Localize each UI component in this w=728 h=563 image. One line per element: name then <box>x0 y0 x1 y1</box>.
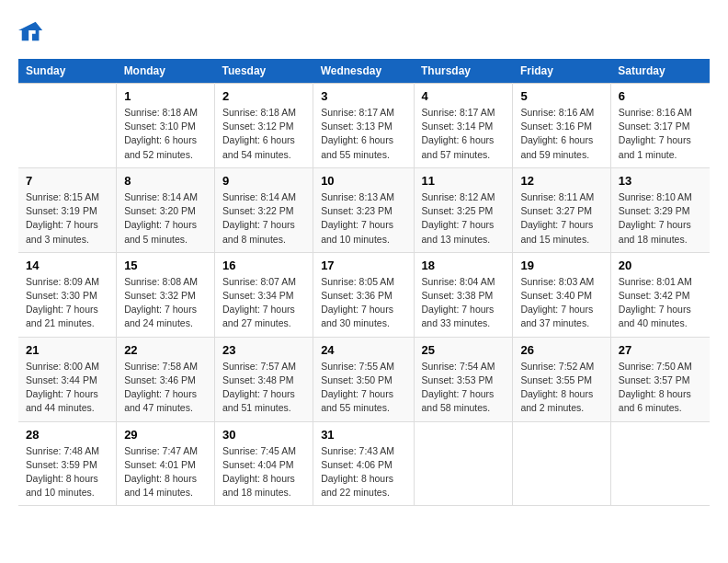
day-info: Sunset: 3:46 PM <box>124 373 207 387</box>
calendar-cell: 9Sunrise: 8:14 AMSunset: 3:22 PMDaylight… <box>214 167 313 252</box>
day-info: Sunset: 3:50 PM <box>321 373 405 387</box>
day-info: and 47 minutes. <box>124 401 207 415</box>
day-info: and 24 minutes. <box>124 316 207 330</box>
calendar-cell: 23Sunrise: 7:57 AMSunset: 3:48 PMDayligh… <box>214 337 313 421</box>
day-info: Daylight: 7 hours <box>520 218 602 232</box>
day-info: Daylight: 7 hours <box>222 303 305 316</box>
day-number: 25 <box>422 343 506 357</box>
day-info: Sunrise: 8:08 AM <box>124 275 207 289</box>
day-info: Daylight: 7 hours <box>422 218 506 232</box>
day-info: Sunrise: 7:54 AM <box>422 360 506 373</box>
day-info: Sunrise: 8:11 AM <box>520 190 602 204</box>
day-info: and 37 minutes. <box>520 316 602 330</box>
day-info: Daylight: 6 hours <box>222 133 305 147</box>
col-header-tuesday: Tuesday <box>214 59 313 84</box>
day-info: and 54 minutes. <box>222 148 305 162</box>
week-row-1: 1Sunrise: 8:18 AMSunset: 3:10 PMDaylight… <box>18 84 710 168</box>
day-info: Daylight: 7 hours <box>26 218 108 232</box>
calendar-cell: 3Sunrise: 8:17 AMSunset: 3:13 PMDaylight… <box>313 84 414 168</box>
calendar-cell: 13Sunrise: 8:10 AMSunset: 3:29 PMDayligh… <box>610 167 710 252</box>
day-info: Sunset: 3:42 PM <box>619 289 702 303</box>
day-info: and 3 minutes. <box>26 233 108 247</box>
logo-icon <box>18 18 44 44</box>
day-info: Sunrise: 7:45 AM <box>222 444 305 458</box>
day-info: and 18 minutes. <box>222 486 305 500</box>
day-info: Sunset: 3:16 PM <box>520 120 602 133</box>
day-info: Sunset: 3:23 PM <box>321 204 405 218</box>
day-info: Sunset: 3:57 PM <box>619 373 702 387</box>
day-info: Sunrise: 8:18 AM <box>124 106 207 120</box>
col-header-thursday: Thursday <box>414 59 513 84</box>
day-number: 20 <box>619 259 702 272</box>
day-info: Daylight: 7 hours <box>26 303 108 316</box>
day-info: Sunset: 4:04 PM <box>222 458 305 472</box>
day-info: Sunset: 3:48 PM <box>222 373 305 387</box>
day-number: 31 <box>321 428 405 442</box>
calendar-cell: 18Sunrise: 8:04 AMSunset: 3:38 PMDayligh… <box>414 252 513 337</box>
col-header-friday: Friday <box>513 59 610 84</box>
day-info: Sunset: 3:59 PM <box>26 458 108 472</box>
day-number: 21 <box>26 343 108 357</box>
day-number: 16 <box>222 259 305 272</box>
day-info: Daylight: 8 hours <box>520 387 602 401</box>
day-info: Sunset: 3:22 PM <box>222 204 305 218</box>
day-number: 12 <box>520 174 602 188</box>
week-row-2: 7Sunrise: 8:15 AMSunset: 3:19 PMDaylight… <box>18 167 710 252</box>
day-info: Sunset: 3:40 PM <box>520 289 602 303</box>
day-info: Sunrise: 7:57 AM <box>222 360 305 373</box>
day-info: and 55 minutes. <box>321 401 405 415</box>
day-info: Sunrise: 8:07 AM <box>222 275 305 289</box>
day-info: Daylight: 7 hours <box>321 303 405 316</box>
day-info: Sunset: 3:27 PM <box>520 204 602 218</box>
day-number: 3 <box>321 89 405 103</box>
day-info: and 30 minutes. <box>321 316 405 330</box>
day-info: Sunset: 3:20 PM <box>124 204 207 218</box>
calendar-cell <box>513 421 610 506</box>
day-info: Sunrise: 8:14 AM <box>222 190 305 204</box>
day-info: Sunrise: 7:50 AM <box>619 360 702 373</box>
col-header-saturday: Saturday <box>610 59 710 84</box>
day-info: Sunset: 3:44 PM <box>26 373 108 387</box>
col-header-sunday: Sunday <box>18 59 117 84</box>
day-info: and 33 minutes. <box>422 316 506 330</box>
day-number: 6 <box>619 89 702 103</box>
day-info: and 57 minutes. <box>422 148 506 162</box>
day-number: 15 <box>124 259 207 272</box>
day-info: and 10 minutes. <box>321 233 405 247</box>
calendar-cell: 29Sunrise: 7:47 AMSunset: 4:01 PMDayligh… <box>117 421 215 506</box>
calendar-cell: 17Sunrise: 8:05 AMSunset: 3:36 PMDayligh… <box>313 252 414 337</box>
day-info: and 14 minutes. <box>124 486 207 500</box>
day-info: Daylight: 7 hours <box>619 303 702 316</box>
day-info: Daylight: 7 hours <box>26 387 108 401</box>
day-info: Daylight: 7 hours <box>619 218 702 232</box>
calendar-cell: 14Sunrise: 8:09 AMSunset: 3:30 PMDayligh… <box>18 252 117 337</box>
calendar-cell: 22Sunrise: 7:58 AMSunset: 3:46 PMDayligh… <box>117 337 215 421</box>
header-row: SundayMondayTuesdayWednesdayThursdayFrid… <box>18 59 710 84</box>
day-info: Daylight: 7 hours <box>321 387 405 401</box>
day-number: 14 <box>26 259 108 272</box>
day-info: Daylight: 7 hours <box>124 303 207 316</box>
day-info: Daylight: 7 hours <box>321 218 405 232</box>
calendar-cell: 30Sunrise: 7:45 AMSunset: 4:04 PMDayligh… <box>214 421 313 506</box>
day-number: 5 <box>520 89 602 103</box>
day-info: and 44 minutes. <box>26 401 108 415</box>
calendar-cell: 2Sunrise: 8:18 AMSunset: 3:12 PMDaylight… <box>214 84 313 168</box>
week-row-5: 28Sunrise: 7:48 AMSunset: 3:59 PMDayligh… <box>18 421 710 506</box>
day-info: Sunset: 3:32 PM <box>124 289 207 303</box>
day-info: Daylight: 8 hours <box>321 472 405 486</box>
calendar-cell: 6Sunrise: 8:16 AMSunset: 3:17 PMDaylight… <box>610 84 710 168</box>
day-info: Sunrise: 8:15 AM <box>26 190 108 204</box>
day-number: 19 <box>520 259 602 272</box>
day-number: 18 <box>422 259 506 272</box>
day-info: and 52 minutes. <box>124 148 207 162</box>
week-row-3: 14Sunrise: 8:09 AMSunset: 3:30 PMDayligh… <box>18 252 710 337</box>
day-number: 17 <box>321 259 405 272</box>
calendar-cell: 15Sunrise: 8:08 AMSunset: 3:32 PMDayligh… <box>117 252 215 337</box>
day-info: and 27 minutes. <box>222 316 305 330</box>
day-info: Sunset: 3:30 PM <box>26 289 108 303</box>
calendar-table: SundayMondayTuesdayWednesdayThursdayFrid… <box>18 59 710 506</box>
day-info: and 5 minutes. <box>124 233 207 247</box>
day-info: Sunset: 3:13 PM <box>321 120 405 133</box>
calendar-cell: 28Sunrise: 7:48 AMSunset: 3:59 PMDayligh… <box>18 421 117 506</box>
day-info: and 59 minutes. <box>520 148 602 162</box>
